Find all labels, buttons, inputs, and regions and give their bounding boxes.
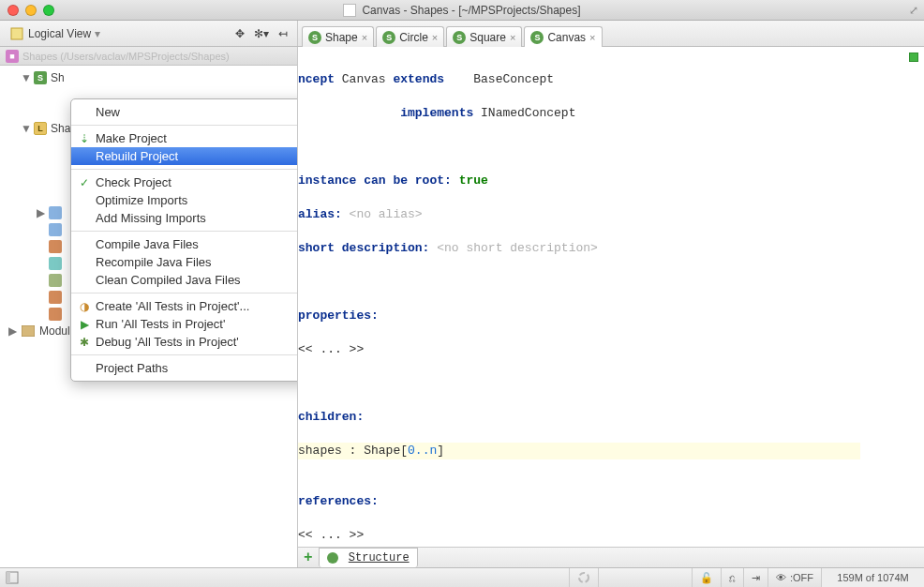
tree-label: Sha — [51, 122, 70, 135]
editor-bottom-tabs: + Structure — [298, 547, 924, 567]
tab-canvas[interactable]: S Canvas × — [524, 26, 602, 47]
file-icon — [343, 4, 356, 17]
menu-optimize-imports[interactable]: Optimize Imports — [71, 191, 298, 209]
tree-label: Sh — [51, 71, 65, 84]
toolbar: Logical View ▾ ✥ ✻▾ ↤ S Shape × S Circle… — [0, 21, 924, 47]
chevron-right-icon[interactable]: ▶ — [36, 206, 45, 219]
concept-icon: S — [453, 31, 466, 44]
menu-separator — [71, 354, 298, 355]
menu-label: New — [96, 105, 120, 119]
menu-project-paths[interactable]: Project Paths ⌥↩ — [71, 359, 298, 377]
check-icon: ✓ — [77, 175, 92, 190]
code-card: 0..n — [408, 444, 437, 458]
status-left[interactable] — [0, 568, 24, 587]
code-kw: instance can be root: — [298, 173, 459, 188]
menu-separator — [71, 231, 298, 232]
chevron-down-icon[interactable]: ▼ — [21, 71, 30, 84]
fullscreen-icon[interactable]: ⤢ — [909, 4, 918, 17]
menu-label: Compile Java Files — [96, 237, 199, 251]
tab-label: Canvas — [547, 31, 586, 44]
chevron-right-icon[interactable]: ▶ — [7, 324, 17, 338]
code-op: [ — [400, 444, 408, 458]
menu-separator — [71, 169, 298, 170]
editor-content[interactable]: ncept Canvas extends BaseConcept impleme… — [298, 47, 924, 578]
code-kw: children: — [298, 410, 364, 424]
tab-square[interactable]: S Square × — [446, 26, 522, 47]
editor-area[interactable]: ncept Canvas extends BaseConcept impleme… — [298, 47, 924, 567]
menu-label: Debug 'All Tests in Project' — [96, 335, 239, 349]
logical-view-label: Logical View — [28, 27, 91, 40]
language-icon: L — [34, 122, 47, 135]
close-icon[interactable]: × — [510, 32, 515, 43]
folder-icon — [49, 274, 62, 287]
test-icon: ◑ — [77, 299, 92, 314]
code-id: shapes — [298, 444, 350, 458]
collapse-icon[interactable]: ↤ — [275, 25, 291, 42]
code-op: ] — [437, 444, 444, 458]
add-aspect-button[interactable]: + — [304, 549, 313, 566]
menu-recompile-java[interactable]: Recompile Java Files — [71, 253, 298, 271]
svg-rect-1 — [22, 325, 35, 337]
tab-circle[interactable]: S Circle × — [376, 26, 444, 47]
menu-label: Clean Compiled Java Files — [96, 273, 241, 287]
gear-icon[interactable]: ✻▾ — [250, 25, 273, 42]
menu-rebuild-project[interactable]: Rebuild Project — [71, 147, 298, 165]
window-title: Canvas - Shapes - [~/MPSProjects/Shapes] — [0, 4, 924, 17]
menu-label: Rebuild Project — [96, 149, 178, 163]
menu-separator — [71, 293, 298, 294]
bottom-tab-structure[interactable]: Structure — [319, 548, 418, 567]
menu-compile-java[interactable]: Compile Java Files — [71, 235, 298, 253]
bottom-tab-label: Structure — [349, 551, 410, 564]
folder-icon — [49, 223, 62, 236]
close-icon[interactable]: × — [432, 32, 438, 43]
project-view-icon — [9, 26, 24, 41]
window-title-text: Canvas - Shapes - [~/MPSProjects/Shapes] — [362, 4, 580, 17]
close-icon[interactable]: × — [589, 32, 595, 43]
menu-label: Project Paths — [96, 361, 168, 375]
menu-new[interactable]: New — [71, 103, 298, 121]
code-val: true — [459, 173, 488, 188]
tab-label: Square — [469, 31, 506, 44]
menu-label: Check Project — [96, 175, 171, 189]
folder-icon — [49, 257, 62, 270]
code-kw: short description: — [298, 241, 437, 255]
sidebar-header: ■ Shapes (/Users/vaclav/MPSProjects/Shap… — [0, 47, 297, 66]
scroll-to-source-icon[interactable]: ✥ — [231, 25, 248, 42]
menu-make-project[interactable]: ⇣ Make Project — [71, 129, 298, 147]
code-kw: properties: — [298, 309, 379, 323]
tool-window-icon[interactable] — [6, 571, 19, 584]
editor-status-indicator — [909, 53, 918, 62]
menu-label: Add Missing Imports — [96, 211, 206, 225]
menu-label: Make Project — [96, 131, 167, 145]
code-op: : — [350, 444, 365, 458]
code-placeholder: <no short description> — [437, 241, 598, 255]
svg-rect-3 — [7, 572, 10, 583]
menu-add-missing-imports[interactable]: Add Missing Imports — [71, 209, 298, 227]
tab-shape[interactable]: S Shape × — [302, 26, 374, 47]
menu-create-tests[interactable]: ◑ Create 'All Tests in Project'... — [71, 297, 298, 315]
tree-row-sh[interactable]: ▼ S Sh — [7, 69, 297, 86]
menu-label: Run 'All Tests in Project' — [96, 317, 225, 331]
code-ellipsis: << ... >> — [298, 342, 364, 356]
tab-label: Shape — [325, 31, 358, 44]
code-ellipsis: << ... >> — [298, 528, 364, 542]
code-placeholder: <no alias> — [350, 207, 423, 221]
library-icon — [21, 324, 36, 339]
code-kw: references: — [298, 494, 379, 508]
editor-tabs: S Shape × S Circle × S Square × S Canvas… — [298, 21, 604, 47]
chevron-down-icon[interactable]: ▼ — [21, 122, 30, 135]
run-icon: ▶ — [77, 317, 92, 332]
menu-check-project[interactable]: ✓ Check Project — [71, 173, 298, 191]
tab-label: Circle — [399, 31, 428, 44]
code-kw: alias: — [298, 207, 350, 221]
menu-run-tests[interactable]: ▶ Run 'All Tests in Project' ^⇧F10 — [71, 315, 298, 333]
debug-icon: ✱ — [77, 335, 92, 350]
close-icon[interactable]: × — [362, 32, 367, 43]
make-icon: ⇣ — [77, 131, 92, 146]
menu-clean-compiled[interactable]: Clean Compiled Java Files — [71, 271, 298, 289]
logical-view-dropdown[interactable]: Logical View ▾ — [6, 24, 104, 43]
menu-debug-tests[interactable]: ✱ Debug 'All Tests in Project' ^⇧F9 — [71, 333, 298, 351]
chevron-down-icon: ▾ — [95, 27, 100, 40]
code-kw: extends — [386, 72, 474, 86]
code-id: INamedConcept — [481, 106, 575, 120]
